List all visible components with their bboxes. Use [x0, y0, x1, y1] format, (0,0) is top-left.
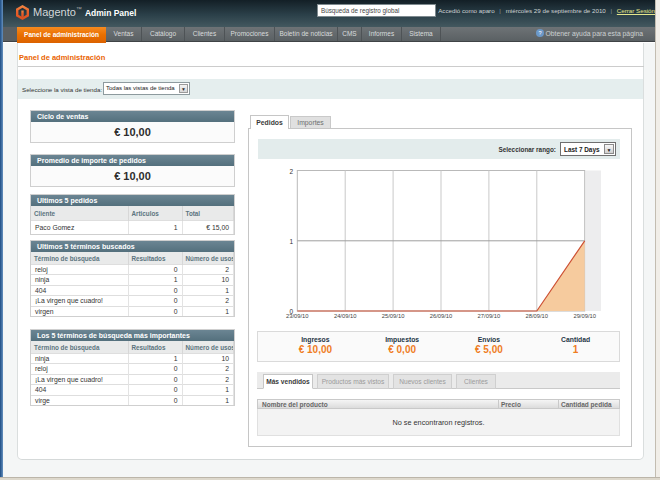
svg-text:28/09/10: 28/09/10 [526, 313, 549, 319]
svg-text:2: 2 [289, 168, 293, 175]
svg-text:24/09/10: 24/09/10 [334, 313, 357, 319]
svg-text:29/09/10: 29/09/10 [573, 313, 596, 319]
svg-text:23/09/10: 23/09/10 [286, 313, 309, 319]
svg-text:27/09/10: 27/09/10 [478, 313, 501, 319]
svg-text:1: 1 [289, 238, 293, 245]
svg-text:25/09/10: 25/09/10 [382, 313, 405, 319]
svg-text:26/09/10: 26/09/10 [430, 313, 453, 319]
svg-text:?: ? [538, 30, 541, 36]
